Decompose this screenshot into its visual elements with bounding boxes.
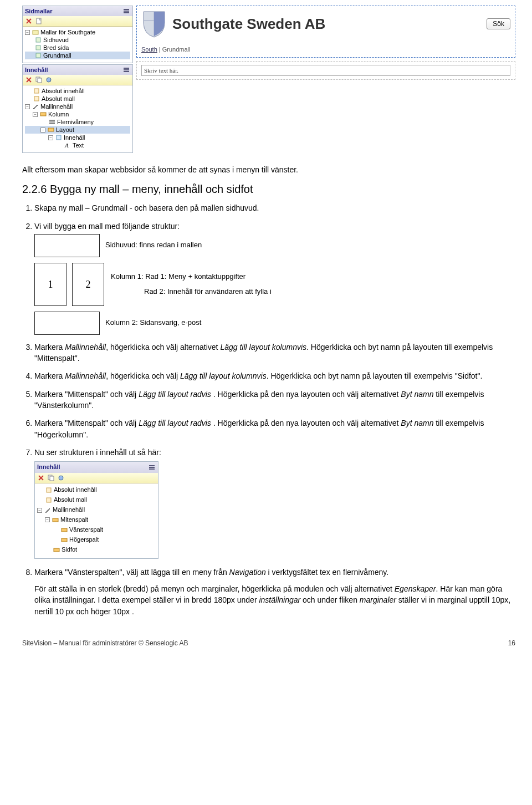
breadcrumb-current: Grundmall bbox=[162, 46, 191, 53]
sidmallar-title: Sidmallar bbox=[25, 8, 53, 14]
svg-rect-0 bbox=[124, 9, 129, 10]
innehall-title: Innehåll bbox=[25, 67, 48, 73]
list-item: Vi vill bygga en mall med följande struk… bbox=[34, 221, 515, 335]
tree-item[interactable]: Vänsterspalt bbox=[37, 525, 156, 535]
text-icon: A bbox=[64, 142, 71, 149]
tree-item[interactable]: −Layout bbox=[25, 126, 130, 134]
panel-menu-icon[interactable] bbox=[122, 7, 130, 15]
innehall-panel: Innehåll Absolut innehåll Absolut mall −… bbox=[22, 64, 133, 153]
tree-item[interactable]: −Mallinnehåll bbox=[25, 103, 130, 110]
write-area bbox=[136, 61, 515, 80]
tree-item-label: Innehåll bbox=[64, 134, 85, 141]
copy-icon[interactable] bbox=[47, 474, 55, 482]
tree-item[interactable]: −Kolumn bbox=[25, 110, 130, 118]
svg-rect-7 bbox=[36, 53, 40, 58]
box-icon bbox=[33, 95, 40, 102]
delete-icon[interactable] bbox=[37, 474, 45, 482]
innehall-toolbar bbox=[23, 75, 132, 85]
collapse-icon[interactable]: − bbox=[25, 104, 30, 109]
menu-icon bbox=[49, 119, 55, 125]
delete-icon[interactable] bbox=[25, 76, 33, 84]
new-icon[interactable] bbox=[35, 17, 43, 25]
innehall-bottom-title: Innehåll bbox=[37, 463, 60, 472]
tree-item-label: Absolut innehåll bbox=[42, 88, 85, 94]
template-icon bbox=[35, 37, 42, 43]
svg-rect-18 bbox=[49, 121, 55, 123]
collapse-icon[interactable]: − bbox=[33, 112, 38, 117]
collapse-icon[interactable]: − bbox=[45, 517, 50, 522]
tree-item[interactable]: Absolut mall bbox=[25, 95, 130, 103]
panel-menu-icon[interactable] bbox=[122, 66, 130, 74]
tree-item[interactable]: −Mitenspalt bbox=[37, 515, 156, 525]
tree-item-label: Sidhuvud bbox=[43, 37, 69, 43]
tree-item[interactable]: Högerspalt bbox=[37, 535, 156, 545]
sidmallar-header: Sidmallar bbox=[23, 6, 132, 16]
innehall-header: Innehåll bbox=[23, 65, 132, 75]
innehall-bottom-header: Innehåll bbox=[35, 462, 158, 473]
svg-rect-25 bbox=[149, 468, 155, 470]
tree-item-label: Kolumn bbox=[48, 111, 69, 118]
tree-item[interactable]: Flernivåmeny bbox=[25, 118, 130, 126]
svg-text:A: A bbox=[64, 142, 69, 149]
copy-icon[interactable] bbox=[35, 76, 43, 84]
settings-icon[interactable] bbox=[57, 474, 65, 482]
tree-item-label: Text bbox=[73, 142, 84, 149]
tree-item[interactable]: − Mallar för Southgate bbox=[25, 28, 130, 36]
site-banner: Southgate Sweden AB Sök South | Grundmal… bbox=[136, 6, 515, 58]
folder-icon bbox=[32, 29, 39, 35]
list-item: Markera "Mittenspalt" och välj Lägg till… bbox=[34, 389, 515, 411]
tree-item[interactable]: Sidhuvud bbox=[25, 36, 130, 44]
layout-icon bbox=[53, 547, 60, 553]
box-icon bbox=[45, 497, 52, 503]
template-icon bbox=[35, 44, 42, 51]
layout-icon bbox=[48, 126, 54, 133]
list-item: Markera Mallinnehåll, högerklicka och vä… bbox=[34, 342, 515, 364]
collapse-icon[interactable]: − bbox=[48, 135, 53, 140]
steps-list: Skapa ny mall – Grundmall - och basera d… bbox=[22, 202, 515, 617]
settings-icon[interactable] bbox=[45, 76, 53, 84]
svg-rect-10 bbox=[124, 71, 129, 72]
svg-rect-16 bbox=[40, 113, 46, 116]
shield-icon bbox=[141, 9, 167, 38]
delete-icon[interactable] bbox=[25, 17, 33, 25]
breadcrumb-link[interactable]: South bbox=[141, 46, 157, 53]
svg-rect-5 bbox=[36, 38, 40, 42]
box-icon bbox=[45, 487, 52, 493]
tree-item[interactable]: Bred sida bbox=[25, 44, 130, 52]
svg-rect-30 bbox=[47, 498, 51, 502]
tree-item-label: Mallar för Southgate bbox=[40, 29, 95, 35]
tree-item[interactable]: Sidfot bbox=[37, 545, 156, 555]
tree-item[interactable]: −Innehåll bbox=[25, 134, 130, 141]
list-item: Markera Mallinnehåll, högerklicka och vä… bbox=[34, 370, 515, 381]
tree-item[interactable]: Absolut innehåll bbox=[37, 485, 156, 495]
list-item: Skapa ny mall – Grundmall - och basera d… bbox=[34, 202, 515, 213]
svg-point-13 bbox=[47, 78, 51, 82]
svg-rect-33 bbox=[62, 538, 67, 542]
tree-item-label: Absolut mall bbox=[54, 496, 87, 505]
svg-rect-8 bbox=[124, 68, 129, 69]
footer-left: SiteVision – Manual för administratörer … bbox=[22, 639, 188, 647]
write-text-input[interactable] bbox=[141, 65, 510, 76]
svg-rect-17 bbox=[49, 120, 55, 121]
tree-item[interactable]: AText bbox=[25, 141, 130, 149]
expand-icon[interactable]: − bbox=[25, 30, 30, 35]
svg-rect-20 bbox=[48, 128, 54, 131]
page-number: 16 bbox=[508, 639, 515, 647]
tree-item[interactable]: −Mallinnehåll bbox=[37, 505, 156, 515]
collapse-icon[interactable]: − bbox=[37, 508, 42, 513]
svg-rect-1 bbox=[124, 11, 129, 12]
sidmallar-tree: − Mallar för Southgate Sidhuvud Bred sid… bbox=[23, 27, 132, 63]
svg-rect-9 bbox=[124, 69, 129, 70]
tree-item-label: Mitenspalt bbox=[60, 516, 88, 524]
svg-rect-29 bbox=[47, 488, 51, 492]
innehall-bottom-toolbar bbox=[35, 473, 158, 483]
page-footer: SiteVision – Manual för administratörer … bbox=[22, 639, 515, 647]
svg-rect-32 bbox=[62, 528, 67, 532]
search-button[interactable]: Sök bbox=[487, 18, 510, 29]
panel-menu-icon[interactable] bbox=[148, 463, 156, 471]
tree-item[interactable]: Grundmall bbox=[25, 52, 130, 59]
diagram-col-labels: Kolumn 1: Rad 1: Meny + kontaktuppgifter… bbox=[111, 272, 334, 297]
tree-item[interactable]: Absolut mall bbox=[37, 495, 156, 505]
collapse-icon[interactable]: − bbox=[40, 128, 45, 133]
tree-item[interactable]: Absolut innehåll bbox=[25, 87, 130, 95]
